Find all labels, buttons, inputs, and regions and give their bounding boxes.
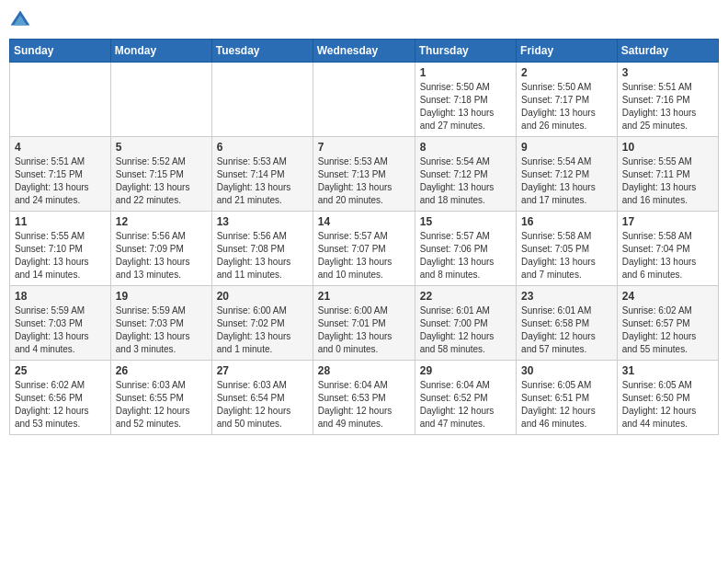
day-info: Sunrise: 5:50 AM Sunset: 7:17 PM Dayligh…	[521, 81, 612, 132]
day-number: 13	[217, 215, 308, 228]
day-number: 12	[116, 215, 207, 228]
day-number: 4	[15, 141, 106, 154]
day-info: Sunrise: 5:56 AM Sunset: 7:08 PM Dayligh…	[217, 230, 308, 282]
day-info: Sunrise: 6:03 AM Sunset: 6:55 PM Dayligh…	[116, 379, 207, 431]
day-info: Sunrise: 6:01 AM Sunset: 6:58 PM Dayligh…	[521, 304, 612, 356]
day-number: 3	[622, 66, 713, 79]
day-number: 29	[420, 364, 511, 377]
day-info: Sunrise: 5:53 AM Sunset: 7:14 PM Dayligh…	[217, 155, 308, 207]
calendar-cell: 28Sunrise: 6:04 AM Sunset: 6:53 PM Dayli…	[313, 361, 415, 435]
day-number: 17	[622, 215, 713, 228]
day-info: Sunrise: 5:54 AM Sunset: 7:12 PM Dayligh…	[420, 155, 511, 207]
day-number: 10	[622, 141, 713, 154]
day-info: Sunrise: 6:01 AM Sunset: 7:00 PM Dayligh…	[420, 304, 511, 356]
calendar-cell	[211, 63, 313, 137]
calendar-week-4: 18Sunrise: 5:59 AM Sunset: 7:03 PM Dayli…	[10, 286, 719, 361]
logo-icon	[9, 9, 31, 31]
day-info: Sunrise: 5:51 AM Sunset: 7:16 PM Dayligh…	[622, 81, 713, 132]
day-info: Sunrise: 5:58 AM Sunset: 7:04 PM Dayligh…	[622, 230, 713, 282]
day-of-week-saturday: Saturday	[617, 40, 718, 63]
calendar-cell: 27Sunrise: 6:03 AM Sunset: 6:54 PM Dayli…	[211, 361, 313, 435]
calendar-header-row: SundayMondayTuesdayWednesdayThursdayFrid…	[10, 40, 719, 63]
calendar-cell: 30Sunrise: 6:05 AM Sunset: 6:51 PM Dayli…	[517, 361, 618, 435]
day-number: 8	[420, 141, 511, 154]
day-of-week-wednesday: Wednesday	[313, 40, 415, 63]
calendar-cell: 5Sunrise: 5:52 AM Sunset: 7:15 PM Daylig…	[110, 137, 211, 212]
calendar-cell: 19Sunrise: 5:59 AM Sunset: 7:03 PM Dayli…	[110, 286, 211, 361]
day-info: Sunrise: 6:04 AM Sunset: 6:53 PM Dayligh…	[318, 379, 410, 431]
day-number: 11	[15, 215, 106, 228]
day-number: 6	[217, 141, 308, 154]
calendar-cell: 16Sunrise: 5:58 AM Sunset: 7:05 PM Dayli…	[517, 212, 618, 286]
day-number: 31	[622, 364, 713, 377]
day-info: Sunrise: 5:58 AM Sunset: 7:05 PM Dayligh…	[521, 230, 612, 282]
day-of-week-friday: Friday	[517, 40, 618, 63]
calendar-cell: 10Sunrise: 5:55 AM Sunset: 7:11 PM Dayli…	[617, 137, 718, 212]
day-info: Sunrise: 5:53 AM Sunset: 7:13 PM Dayligh…	[318, 155, 410, 207]
day-number: 16	[521, 215, 612, 228]
calendar-cell: 17Sunrise: 5:58 AM Sunset: 7:04 PM Dayli…	[617, 212, 718, 286]
day-info: Sunrise: 5:52 AM Sunset: 7:15 PM Dayligh…	[116, 155, 207, 207]
calendar-cell: 6Sunrise: 5:53 AM Sunset: 7:14 PM Daylig…	[211, 137, 313, 212]
day-info: Sunrise: 6:04 AM Sunset: 6:52 PM Dayligh…	[420, 379, 511, 431]
day-number: 30	[521, 364, 612, 377]
day-number: 23	[521, 290, 612, 303]
day-of-week-sunday: Sunday	[10, 40, 111, 63]
calendar-week-2: 4Sunrise: 5:51 AM Sunset: 7:15 PM Daylig…	[10, 137, 719, 212]
day-number: 22	[420, 290, 511, 303]
day-number: 14	[318, 215, 410, 228]
day-of-week-thursday: Thursday	[415, 40, 516, 63]
day-number: 7	[318, 141, 410, 154]
day-number: 2	[521, 66, 612, 79]
day-number: 19	[116, 290, 207, 303]
day-info: Sunrise: 6:05 AM Sunset: 6:51 PM Dayligh…	[521, 379, 612, 431]
calendar-cell: 7Sunrise: 5:53 AM Sunset: 7:13 PM Daylig…	[313, 137, 415, 212]
calendar-cell: 14Sunrise: 5:57 AM Sunset: 7:07 PM Dayli…	[313, 212, 415, 286]
calendar-cell: 21Sunrise: 6:00 AM Sunset: 7:01 PM Dayli…	[313, 286, 415, 361]
day-number: 9	[521, 141, 612, 154]
day-info: Sunrise: 5:57 AM Sunset: 7:07 PM Dayligh…	[318, 230, 410, 282]
calendar-cell: 1Sunrise: 5:50 AM Sunset: 7:18 PM Daylig…	[415, 63, 516, 137]
calendar-cell: 23Sunrise: 6:01 AM Sunset: 6:58 PM Dayli…	[517, 286, 618, 361]
day-info: Sunrise: 6:00 AM Sunset: 7:02 PM Dayligh…	[217, 304, 308, 356]
day-number: 24	[622, 290, 713, 303]
day-info: Sunrise: 6:02 AM Sunset: 6:57 PM Dayligh…	[622, 304, 713, 356]
calendar-cell: 22Sunrise: 6:01 AM Sunset: 7:00 PM Dayli…	[415, 286, 516, 361]
day-info: Sunrise: 5:55 AM Sunset: 7:10 PM Dayligh…	[15, 230, 106, 282]
calendar: SundayMondayTuesdayWednesdayThursdayFrid…	[9, 39, 719, 435]
day-info: Sunrise: 6:00 AM Sunset: 7:01 PM Dayligh…	[318, 304, 410, 356]
logo	[9, 9, 35, 31]
page-header	[9, 9, 719, 31]
calendar-cell: 3Sunrise: 5:51 AM Sunset: 7:16 PM Daylig…	[617, 63, 718, 137]
day-info: Sunrise: 5:54 AM Sunset: 7:12 PM Dayligh…	[521, 155, 612, 207]
calendar-cell: 15Sunrise: 5:57 AM Sunset: 7:06 PM Dayli…	[415, 212, 516, 286]
calendar-cell: 26Sunrise: 6:03 AM Sunset: 6:55 PM Dayli…	[110, 361, 211, 435]
calendar-cell: 9Sunrise: 5:54 AM Sunset: 7:12 PM Daylig…	[517, 137, 618, 212]
day-info: Sunrise: 5:51 AM Sunset: 7:15 PM Dayligh…	[15, 155, 106, 207]
calendar-cell: 18Sunrise: 5:59 AM Sunset: 7:03 PM Dayli…	[10, 286, 111, 361]
calendar-week-5: 25Sunrise: 6:02 AM Sunset: 6:56 PM Dayli…	[10, 361, 719, 435]
calendar-cell: 25Sunrise: 6:02 AM Sunset: 6:56 PM Dayli…	[10, 361, 111, 435]
day-info: Sunrise: 5:55 AM Sunset: 7:11 PM Dayligh…	[622, 155, 713, 207]
day-info: Sunrise: 6:05 AM Sunset: 6:50 PM Dayligh…	[622, 379, 713, 431]
calendar-cell: 24Sunrise: 6:02 AM Sunset: 6:57 PM Dayli…	[617, 286, 718, 361]
calendar-cell: 20Sunrise: 6:00 AM Sunset: 7:02 PM Dayli…	[211, 286, 313, 361]
day-number: 18	[15, 290, 106, 303]
calendar-cell: 2Sunrise: 5:50 AM Sunset: 7:17 PM Daylig…	[517, 63, 618, 137]
calendar-cell: 8Sunrise: 5:54 AM Sunset: 7:12 PM Daylig…	[415, 137, 516, 212]
day-number: 21	[318, 290, 410, 303]
calendar-cell: 12Sunrise: 5:56 AM Sunset: 7:09 PM Dayli…	[110, 212, 211, 286]
calendar-cell: 13Sunrise: 5:56 AM Sunset: 7:08 PM Dayli…	[211, 212, 313, 286]
day-info: Sunrise: 5:59 AM Sunset: 7:03 PM Dayligh…	[116, 304, 207, 356]
calendar-cell: 11Sunrise: 5:55 AM Sunset: 7:10 PM Dayli…	[10, 212, 111, 286]
day-info: Sunrise: 6:02 AM Sunset: 6:56 PM Dayligh…	[15, 379, 106, 431]
calendar-cell	[110, 63, 211, 137]
day-number: 27	[217, 364, 308, 377]
day-number: 1	[420, 66, 511, 79]
day-number: 5	[116, 141, 207, 154]
calendar-cell: 31Sunrise: 6:05 AM Sunset: 6:50 PM Dayli…	[617, 361, 718, 435]
calendar-cell	[10, 63, 111, 137]
day-number: 25	[15, 364, 106, 377]
calendar-cell	[313, 63, 415, 137]
day-of-week-tuesday: Tuesday	[211, 40, 313, 63]
